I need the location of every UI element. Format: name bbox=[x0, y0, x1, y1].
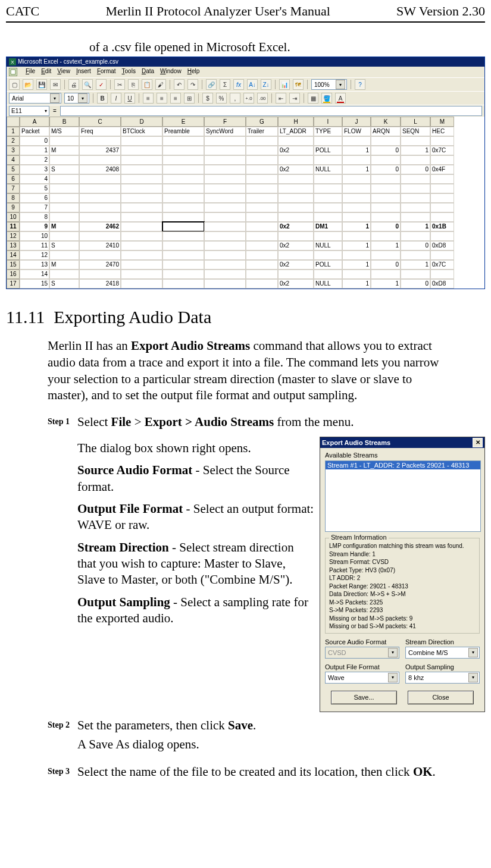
menu-file[interactable]: File bbox=[26, 68, 35, 76]
fill-color-icon[interactable]: 🪣 bbox=[321, 93, 332, 104]
data-cell[interactable]: 1 bbox=[371, 241, 401, 250]
data-cell[interactable] bbox=[401, 155, 430, 165]
data-cell[interactable] bbox=[246, 270, 278, 279]
align-left-icon[interactable]: ≡ bbox=[143, 93, 154, 104]
data-cell[interactable] bbox=[204, 184, 246, 193]
align-center-icon[interactable]: ≡ bbox=[157, 93, 167, 104]
data-cell[interactable] bbox=[162, 136, 204, 146]
data-cell[interactable]: POLL bbox=[314, 260, 342, 270]
undo-icon[interactable]: ↶ bbox=[174, 79, 184, 90]
data-cell[interactable] bbox=[162, 165, 204, 174]
data-cell[interactable] bbox=[371, 250, 401, 260]
data-cell[interactable]: 11 bbox=[20, 241, 49, 250]
data-cell[interactable] bbox=[342, 136, 371, 146]
data-cell[interactable]: 1 bbox=[401, 222, 430, 231]
data-cell[interactable] bbox=[162, 270, 204, 279]
excel-grid[interactable]: ABCDEFGHIJKLM1PacketM/SFreqBTClockPreamb… bbox=[7, 117, 484, 289]
data-cell[interactable] bbox=[204, 174, 246, 184]
menu-data[interactable]: Data bbox=[142, 68, 154, 76]
font-color-icon[interactable]: A bbox=[335, 93, 346, 104]
data-cell[interactable]: 0 bbox=[401, 165, 430, 174]
data-cell[interactable]: M bbox=[49, 146, 79, 155]
align-right-icon[interactable]: ≡ bbox=[170, 93, 181, 104]
col-header[interactable]: A bbox=[20, 117, 49, 127]
data-cell[interactable] bbox=[204, 250, 246, 260]
col-header[interactable]: C bbox=[79, 117, 121, 127]
data-cell[interactable] bbox=[49, 184, 79, 193]
data-cell[interactable] bbox=[121, 146, 162, 155]
data-cell[interactable] bbox=[342, 193, 371, 203]
bold-icon[interactable]: B bbox=[97, 93, 108, 104]
data-cell[interactable] bbox=[121, 203, 162, 212]
data-cell[interactable] bbox=[246, 212, 278, 222]
data-cell[interactable] bbox=[246, 250, 278, 260]
data-cell[interactable]: 0x2 bbox=[278, 279, 314, 289]
col-header[interactable]: F bbox=[204, 117, 246, 127]
stream-item[interactable]: Stream #1 - LT_ADDR: 2 Packets 29021 - 4… bbox=[326, 461, 480, 469]
data-cell[interactable] bbox=[204, 231, 246, 241]
header-cell[interactable]: Trailer bbox=[246, 127, 278, 136]
data-cell[interactable] bbox=[121, 270, 162, 279]
data-cell[interactable] bbox=[430, 136, 454, 146]
data-cell[interactable] bbox=[162, 250, 204, 260]
data-cell[interactable] bbox=[371, 270, 401, 279]
decimal-dec-icon[interactable]: .00 bbox=[257, 93, 268, 104]
cut-icon[interactable]: ✂ bbox=[114, 79, 125, 90]
data-cell[interactable]: 5 bbox=[20, 184, 49, 193]
data-cell[interactable] bbox=[204, 193, 246, 203]
data-cell[interactable] bbox=[49, 203, 79, 212]
data-cell[interactable]: 0x2 bbox=[278, 165, 314, 174]
data-cell[interactable]: 2462 bbox=[79, 222, 121, 231]
data-cell[interactable] bbox=[162, 155, 204, 165]
data-cell[interactable] bbox=[162, 193, 204, 203]
data-cell[interactable] bbox=[401, 174, 430, 184]
data-cell[interactable] bbox=[371, 212, 401, 222]
data-cell[interactable]: 0x7C bbox=[430, 260, 454, 270]
data-cell[interactable] bbox=[246, 260, 278, 270]
data-cell[interactable]: M bbox=[49, 222, 79, 231]
data-cell[interactable]: S bbox=[49, 165, 79, 174]
data-cell[interactable]: M bbox=[49, 260, 79, 270]
data-cell[interactable] bbox=[246, 165, 278, 174]
data-cell[interactable] bbox=[278, 231, 314, 241]
data-cell[interactable] bbox=[430, 203, 454, 212]
merge-icon[interactable]: ⊞ bbox=[184, 93, 195, 104]
data-cell[interactable] bbox=[121, 184, 162, 193]
data-cell[interactable] bbox=[314, 203, 342, 212]
data-cell[interactable] bbox=[121, 193, 162, 203]
header-cell[interactable]: Preamble bbox=[162, 127, 204, 136]
menu-window[interactable]: Window bbox=[160, 68, 182, 76]
data-cell[interactable] bbox=[430, 250, 454, 260]
menu-view[interactable]: View bbox=[57, 68, 70, 76]
help-icon[interactable]: ? bbox=[355, 79, 365, 90]
new-icon[interactable]: ▢ bbox=[9, 79, 20, 90]
italic-icon[interactable]: I bbox=[111, 93, 121, 104]
data-cell[interactable] bbox=[162, 146, 204, 155]
data-cell[interactable] bbox=[246, 222, 278, 231]
data-cell[interactable]: 0x2 bbox=[278, 222, 314, 231]
save-icon[interactable]: 💾 bbox=[36, 79, 47, 90]
data-cell[interactable]: 15 bbox=[20, 279, 49, 289]
header-cell[interactable]: HEC bbox=[430, 127, 454, 136]
col-header[interactable]: E bbox=[162, 117, 204, 127]
data-cell[interactable] bbox=[342, 203, 371, 212]
data-cell[interactable] bbox=[49, 136, 79, 146]
open-icon[interactable]: 📂 bbox=[23, 79, 33, 90]
col-header[interactable]: J bbox=[342, 117, 371, 127]
header-cell[interactable]: SyncWord bbox=[204, 127, 246, 136]
col-header[interactable]: D bbox=[121, 117, 162, 127]
data-cell[interactable] bbox=[121, 231, 162, 241]
data-cell[interactable] bbox=[204, 165, 246, 174]
indent-inc-icon[interactable]: ⇥ bbox=[289, 93, 300, 104]
data-cell[interactable] bbox=[278, 136, 314, 146]
source-audio-format-combo[interactable]: CVSD▾ bbox=[325, 647, 399, 659]
data-cell[interactable] bbox=[79, 184, 121, 193]
header-cell[interactable]: BTClock bbox=[121, 127, 162, 136]
data-cell[interactable]: NULL bbox=[314, 241, 342, 250]
data-cell[interactable] bbox=[314, 270, 342, 279]
data-cell[interactable]: 12 bbox=[20, 250, 49, 260]
data-cell[interactable] bbox=[204, 136, 246, 146]
data-cell[interactable]: 8 bbox=[20, 212, 49, 222]
data-cell[interactable] bbox=[401, 212, 430, 222]
data-cell[interactable] bbox=[121, 165, 162, 174]
